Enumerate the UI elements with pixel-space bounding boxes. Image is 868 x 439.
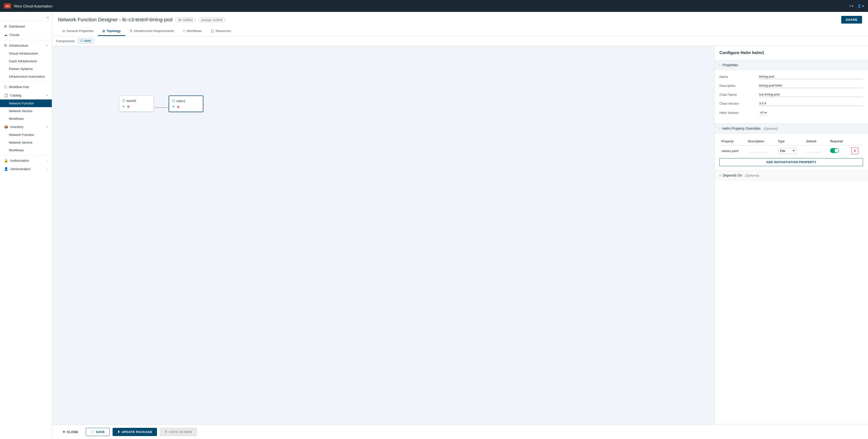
chevron-down-icon: ▾ [46, 44, 48, 47]
clouds-icon: ☁ [4, 33, 7, 37]
property-value: values.yaml [719, 145, 746, 157]
sidebar-item-virtual-infrastructure[interactable]: Virtual Infrastructure [0, 50, 52, 57]
save-as-new-button[interactable]: ⬆ SAVE AS NEW [160, 428, 197, 436]
toggle-track[interactable] [830, 148, 839, 153]
sidebar-item-catalog-network-service[interactable]: Network Service [0, 107, 52, 115]
description-value [746, 145, 776, 157]
components-bar: Components: ⎔ Helm [52, 36, 868, 46]
sidebar-item-partner-systems[interactable]: Partner Systems [0, 65, 52, 73]
configure-panel-header: Configure Helm helm1 [714, 46, 868, 60]
inventory-icon: 📦 [4, 125, 8, 129]
helm-overrides-section-content: Property Description Type Default Requir… [714, 134, 868, 170]
app-title: Telco Cloud Automation [13, 4, 53, 8]
edit-icon[interactable]: ✎ [172, 105, 175, 108]
sidebar-item-clouds[interactable]: ☁ Clouds [0, 31, 52, 39]
sidebar-item-dashboard[interactable]: ⊞ Dashboard [0, 22, 52, 31]
tab-topology[interactable]: ◎ Topology [98, 27, 125, 36]
topology-icon: ◎ [102, 29, 105, 33]
helm-overrides-section-header[interactable]: › Helm Property Overrides (Optional) [714, 124, 868, 134]
tab-infrastructure-requirements[interactable]: ☰ Infrastructure Requirements [125, 27, 178, 36]
sidebar-item-inventory-network-service[interactable]: Network Service [0, 139, 52, 146]
sidebar-item-label: Clouds [9, 33, 19, 37]
field-name-row: Name [719, 74, 863, 79]
name-input[interactable] [759, 74, 863, 79]
sidebar-group-label-text: Authorization [10, 159, 29, 162]
type-select[interactable]: File String Integer [778, 148, 797, 154]
properties-section-header[interactable]: › Properties [714, 60, 868, 70]
delete-row-button[interactable]: ✕ [851, 147, 858, 154]
help-button[interactable]: ? ▾ [849, 4, 854, 8]
logo-area: vm Telco Cloud Automation [4, 3, 53, 8]
tab-resources[interactable]: 📋 Resources [206, 27, 236, 36]
description-label: Description [719, 84, 759, 88]
col-required: Required [828, 138, 849, 145]
topology-nodes-area: ⎔ testnf1 ✎ ⊗ ⎔ helm1 [52, 46, 714, 439]
chevron-right-icon: › [47, 159, 48, 162]
save-icon: 📄 [91, 430, 94, 434]
required-value [828, 145, 849, 157]
sidebar-item-label: Workflow Hub [9, 85, 29, 89]
sidebar-group-authorization[interactable]: 🔒 Authorization › [0, 156, 52, 165]
topology-node-testnf1[interactable]: ⎔ testnf1 ✎ ⊗ [119, 95, 154, 112]
add-instantiation-property-button[interactable]: ADD INSTANTIATION PROPERTY [719, 158, 863, 166]
sidebar-group-infrastructure[interactable]: ⚙ Infrastructure ▾ [0, 41, 52, 50]
sidebar-item-catalog-network-function[interactable]: Network Function [0, 99, 52, 107]
package-modified-badge: package modified [198, 18, 225, 22]
share-button[interactable]: SHARE [841, 16, 862, 24]
helm-chip[interactable]: ⎔ Helm [78, 38, 94, 44]
chart-version-input[interactable] [759, 101, 863, 106]
depends-on-section-header[interactable]: › Depends On (Optional) [719, 174, 863, 177]
helm-node-icon: ⎔ [172, 99, 175, 103]
helm-version-select[interactable]: v3 v2 [759, 110, 768, 115]
description-field[interactable] [748, 149, 768, 153]
save-as-new-icon: ⬆ [165, 430, 167, 434]
default-field[interactable] [806, 149, 821, 153]
chart-name-input[interactable] [759, 92, 863, 97]
toggle-thumb [835, 149, 838, 153]
topology-node-helm1[interactable]: ⎔ helm1 ✎ ⊗ [168, 95, 204, 112]
delete-icon[interactable]: ⊗ [127, 105, 130, 108]
delete-icon[interactable]: ⊗ [177, 105, 180, 108]
user-button[interactable]: 👤 ▾ [857, 4, 864, 8]
required-toggle[interactable] [830, 148, 839, 153]
sidebar-item-catalog-workflows[interactable]: Workflows [0, 115, 52, 123]
update-package-button[interactable]: ⬆ UPDATE PACKAGE [113, 428, 157, 436]
configure-panel: Configure Helm helm1 › Properties Name D… [714, 46, 868, 439]
collapse-button[interactable]: « [47, 15, 49, 19]
page-header: Network Function Designer - llc-c3-testn… [52, 12, 868, 36]
sidebar-group-label-text: Administration [10, 167, 31, 171]
lock-icon: 🔒 [4, 158, 8, 162]
sidebar-toggle[interactable]: « [0, 14, 52, 21]
sidebar-group-administration[interactable]: 👤 Administration › [0, 165, 52, 173]
field-helm-version-row: Helm Version v3 v2 [719, 110, 863, 115]
col-actions [849, 138, 863, 145]
sidebar-item-workflow-hub[interactable]: ⬡ Workflow Hub [0, 83, 52, 91]
page-header-top: Network Function Designer - llc-c3-testn… [58, 16, 862, 24]
helm-version-label: Helm Version [719, 111, 759, 115]
row-delete: ✕ [849, 145, 863, 157]
topo-node-actions: ✎ ⊗ [172, 105, 200, 108]
sidebar: « ⊞ Dashboard ☁ Clouds ⚙ Infrastructure … [0, 12, 52, 439]
sidebar-item-inventory-workflows[interactable]: Workflows [0, 146, 52, 154]
optional-label: (Optional) [764, 127, 778, 130]
tab-workflows[interactable]: ⬡ Workflows [178, 27, 206, 36]
col-property: Property [719, 138, 746, 145]
sidebar-group-inventory[interactable]: 📦 Inventory ▾ [0, 123, 52, 131]
field-description-row: Description [719, 83, 863, 88]
sidebar-item-inventory-network-function[interactable]: Network Function [0, 131, 52, 139]
close-button[interactable]: ✕ CLOSE [58, 428, 83, 436]
content-area: Network Function Designer - llc-c3-testn… [52, 12, 868, 439]
topology-canvas[interactable]: ⎔ testnf1 ✎ ⊗ ⎔ helm1 [52, 46, 714, 439]
type-value: File String Integer [776, 145, 805, 157]
edit-icon[interactable]: ✎ [122, 105, 125, 108]
sidebar-group-catalog[interactable]: 📋 Catalog ▾ [0, 91, 52, 99]
save-button[interactable]: 📄 SAVE [86, 428, 110, 436]
connection-line [154, 107, 169, 108]
tab-general-properties[interactable]: ⊟ General Properties [58, 27, 98, 36]
sidebar-item-caas-infrastructure[interactable]: CaaS Infrastructure [0, 57, 52, 65]
top-navigation: vm Telco Cloud Automation ? ▾ 👤 ▾ [0, 0, 868, 12]
properties-section-content: Name Description Chart Name Chart V [714, 70, 868, 123]
topo-node-label: ⎔ testnf1 [122, 99, 151, 103]
sidebar-item-infrastructure-automation[interactable]: Infrastructure Automation [0, 73, 52, 81]
description-input[interactable] [759, 83, 863, 88]
